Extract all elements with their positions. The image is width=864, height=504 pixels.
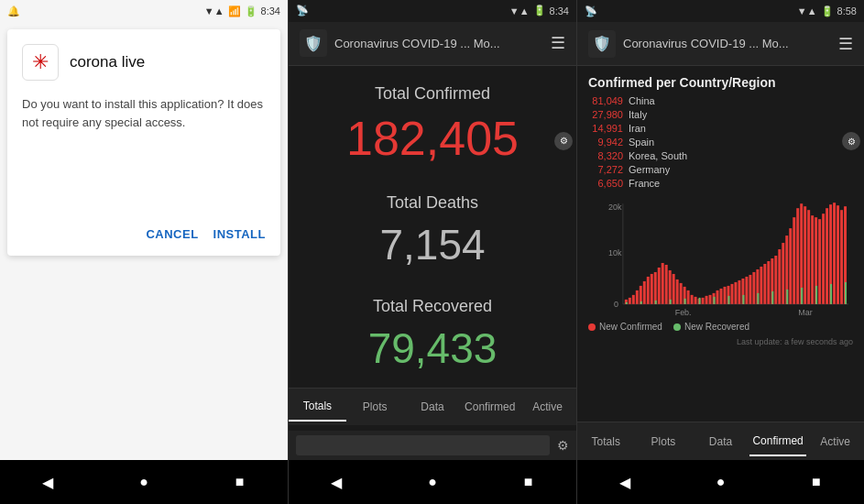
svg-rect-16 [658,268,661,304]
tab-totals-2[interactable]: Totals [289,392,346,422]
deaths-value: 7,154 [379,224,485,266]
country-row-korea: 8,320 Korea, South [588,150,853,161]
svg-rect-66 [840,210,843,304]
app-icon-symbol: ✳ [32,50,49,74]
panel-totals: 📡 ▼▲ 🔋 8:34 🛡️ Coronavirus COVID-19 ... … [288,0,576,504]
svg-rect-38 [738,280,740,304]
app-logo-3: 🛡️ [588,30,616,58]
svg-rect-29 [705,296,708,304]
tab-active-2[interactable]: Active [519,393,576,421]
nav-bar-3: ◀ ● ■ [577,460,864,504]
back-button-1[interactable]: ◀ [37,471,59,493]
recovered-value: 79,433 [368,327,498,369]
tab-active-3[interactable]: Active [806,428,864,455]
svg-rect-30 [709,295,712,304]
country-name-spain: Spain [629,137,654,148]
app-header-3: 🛡️ Coronavirus COVID-19 ... Mo... ☰ [577,22,864,66]
nav-bar-1: ◀ ● ■ [0,460,288,504]
svg-rect-33 [720,289,723,304]
svg-rect-48 [774,256,777,304]
svg-rect-78 [771,291,773,304]
status-bar-right: ▼▲ 📶 🔋 8:34 [204,5,280,17]
svg-rect-11 [640,286,642,304]
svg-rect-26 [694,297,697,304]
country-count-spain: 9,942 [588,137,623,148]
country-row-china: 81,049 China [588,95,853,106]
status-bar-3: 📡 ▼▲ 🔋 8:58 [577,0,864,22]
svg-rect-68 [626,302,628,304]
svg-rect-40 [745,277,748,304]
header-title-2: Coronavirus COVID-19 ... Mo... [334,37,543,50]
svg-text:20k: 20k [608,203,622,212]
cancel-button[interactable]: CANCEL [146,227,198,241]
country-name-germany: Germany [629,164,670,175]
svg-rect-14 [651,274,653,304]
svg-rect-19 [669,270,672,304]
tab-confirmed-3[interactable]: Confirmed [749,427,807,456]
status-bar-1: 🔔 ▼▲ 📶 🔋 8:34 [0,0,288,22]
dialog-header: ✳ corona live [22,44,266,81]
svg-rect-50 [782,243,784,304]
scroll-indicator-3: ⚙ [842,132,860,150]
svg-rect-10 [636,290,639,304]
svg-rect-69 [640,301,642,304]
legend-confirmed-label: New Confirmed [599,322,662,332]
svg-rect-80 [801,288,803,304]
country-row-france: 6,650 France [588,178,853,189]
svg-rect-20 [673,274,675,304]
recovered-label: Total Recovered [373,297,492,316]
chart-area: 20k 10k 0 Feb. Mar [577,195,864,422]
country-name-china: China [629,95,655,106]
country-row-iran: 14,991 Iran [588,123,853,134]
svg-text:Mar: Mar [798,308,812,317]
back-button-3[interactable]: ◀ [614,471,636,493]
home-button-3[interactable]: ● [709,471,731,493]
search-input-area-2[interactable] [296,435,550,455]
legend-confirmed: New Confirmed [588,322,662,332]
svg-text:Feb.: Feb. [675,308,692,317]
signal-3: ▼▲ [797,5,817,16]
svg-rect-77 [757,293,759,304]
country-count-china: 81,049 [588,95,623,106]
tab-data-3[interactable]: Data [692,428,749,455]
status-bar-2: 📡 ▼▲ 🔋 8:34 [289,0,576,22]
country-name-korea: Korea, South [629,150,687,161]
svg-rect-8 [629,298,631,304]
hamburger-icon-3[interactable]: ☰ [838,34,853,54]
svg-rect-81 [815,286,817,304]
svg-rect-60 [818,219,821,304]
last-update-text: Last update: a few seconds ago [588,335,853,348]
back-button-2[interactable]: ◀ [325,471,347,493]
totals-content: Total Confirmed 182,405 Total Deaths 7,1… [289,66,576,388]
home-button-2[interactable]: ● [421,471,443,493]
scroll-indicator-2: ⚙ [554,132,573,150]
home-button-1[interactable]: ● [133,471,155,493]
tab-confirmed-2[interactable]: Confirmed [461,393,519,421]
install-button[interactable]: INSTALL [213,227,266,241]
svg-rect-64 [833,203,836,304]
svg-rect-41 [749,275,751,304]
recent-button-3[interactable]: ■ [805,471,827,493]
svg-rect-12 [643,281,646,304]
svg-rect-58 [811,215,814,304]
dialog-actions: CANCEL INSTALL [22,220,266,241]
tab-plots-2[interactable]: Plots [346,393,404,421]
recent-button-2[interactable]: ■ [518,471,540,493]
hamburger-icon-2[interactable]: ☰ [551,33,565,53]
recent-button-1[interactable]: ■ [229,471,251,493]
svg-text:10k: 10k [608,248,622,257]
settings-icon-2[interactable]: ⚙ [557,438,569,453]
status-right-2: ▼▲ 🔋 8:34 [509,5,569,16]
tab-plots-3[interactable]: Plots [635,428,693,455]
svg-rect-74 [714,297,716,304]
svg-rect-42 [752,272,755,304]
svg-rect-28 [702,298,705,304]
country-name-italy: Italy [629,109,647,120]
tab-totals-3[interactable]: Totals [577,428,635,455]
tab-data-2[interactable]: Data [404,393,462,421]
header-title-3: Coronavirus COVID-19 ... Mo... [623,37,831,50]
country-name-france: France [629,178,660,189]
svg-rect-18 [665,265,668,304]
battery-3: 🔋 [821,5,834,17]
svg-rect-44 [760,267,762,304]
